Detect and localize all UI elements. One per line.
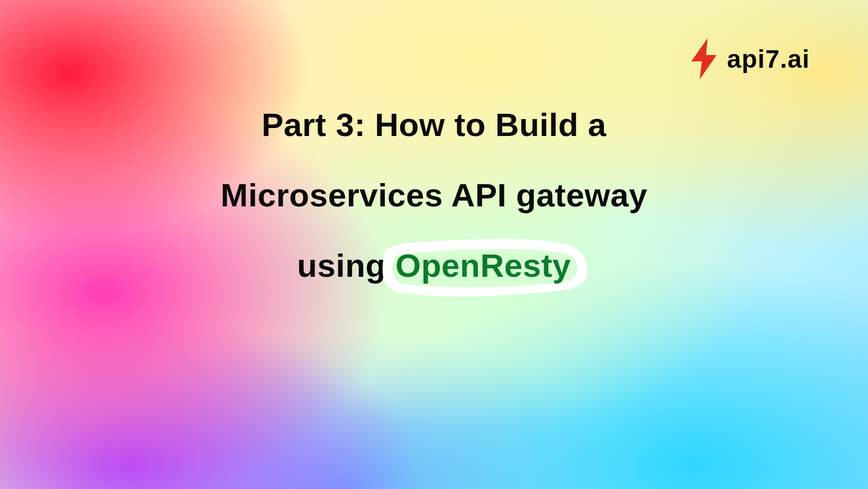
title-line-3: using OpenResty	[297, 247, 571, 284]
title-line-1: Part 3: How to Build a	[261, 106, 607, 143]
slide-background: api7.ai Part 3: How to Build a Microserv…	[0, 0, 868, 489]
title-block: Part 3: How to Build a Microservices API…	[0, 106, 868, 284]
brand-logo: api7.ai	[690, 38, 810, 79]
title-line-2: Microservices API gateway	[221, 176, 647, 214]
highlight-wrapper: OpenResty	[395, 247, 571, 284]
title-highlight: OpenResty	[395, 247, 571, 284]
title-line-3-prefix: using	[297, 247, 386, 284]
logo-bolt-icon	[690, 38, 718, 79]
logo-text: api7.ai	[727, 44, 810, 74]
